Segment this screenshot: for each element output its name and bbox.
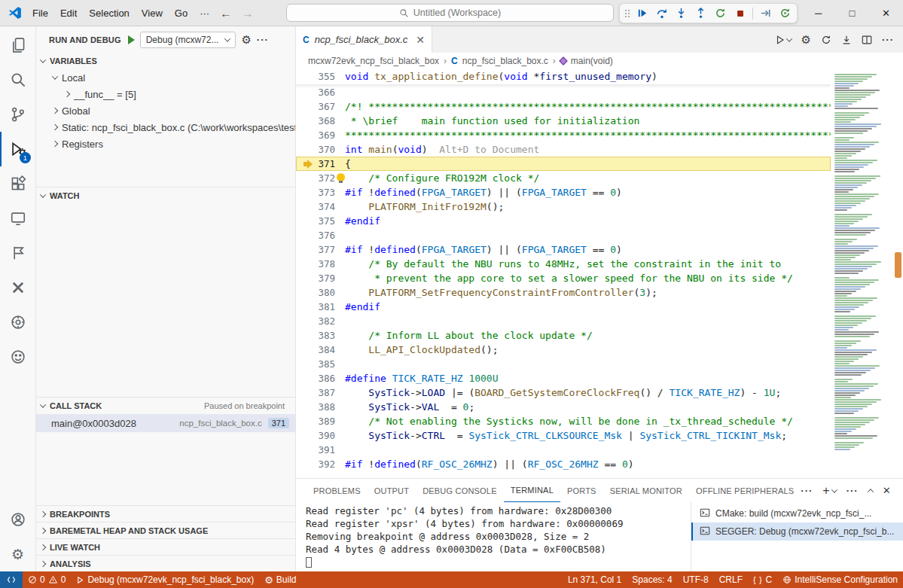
code-line[interactable]: 375#endif (296, 214, 831, 228)
account-icon[interactable] (0, 502, 35, 537)
smiley-icon[interactable] (0, 340, 35, 374)
stack-frame-row[interactable]: main@0x0003d028 ncp_fsci_black_box.c 371 (36, 414, 295, 432)
panel-tab-terminal[interactable]: TERMINAL (504, 479, 560, 502)
search-view-icon[interactable] (0, 62, 35, 97)
menu-selection[interactable]: Selection (83, 5, 135, 21)
section-header-baremetal-heap-and-stack-usage[interactable]: BAREMETAL HEAP AND STACK USAGE (36, 522, 295, 538)
close-button[interactable]: ✕ (869, 0, 903, 26)
debug-step-into-button[interactable] (672, 5, 691, 22)
encoding[interactable]: UTF-8 (678, 571, 714, 588)
panel-tab-serial-monitor[interactable]: SERIAL MONITOR (603, 479, 689, 502)
code-line[interactable]: 373#if !defined(FPGA_TARGET) || (FPGA_TA… (296, 185, 831, 200)
debug-stop-button[interactable] (731, 5, 749, 22)
code-line[interactable]: 376 (296, 228, 831, 242)
download-icon[interactable] (841, 35, 852, 45)
terminal-session-item[interactable]: CMake: build (mcxw72evk_ncp_fsci_... (691, 504, 903, 522)
start-debugging-button[interactable] (128, 35, 135, 44)
variables-tree-item[interactable]: Global (36, 102, 295, 119)
variables-tree-item[interactable]: __func__ = [5] (36, 86, 295, 102)
remote-explorer-icon[interactable] (0, 201, 35, 236)
explorer-icon[interactable] (0, 28, 35, 62)
section-header-breakpoints[interactable]: BREAKPOINTS (36, 505, 295, 522)
settings-gear-icon[interactable]: ⚙ (0, 537, 35, 571)
editor-tab[interactable]: C ncp_fsci_black_box.c ✕ (296, 26, 432, 53)
language-mode[interactable]: { } C (748, 571, 777, 588)
configure-gear-icon[interactable]: ⚙ (241, 34, 251, 45)
debug-step-over-button[interactable] (652, 5, 671, 22)
breadcrumb-project[interactable]: mcxw72evk_ncp_fsci_black_box (308, 56, 439, 66)
code-line[interactable]: 382 (296, 314, 831, 328)
code-line[interactable]: 381#endif (296, 300, 831, 314)
sticky-scroll-line[interactable]: 355void tx_application_define(void *firs… (296, 69, 831, 85)
variables-tree-item[interactable]: Local (36, 69, 295, 86)
menu-more[interactable]: ··· (194, 5, 215, 21)
watch-header[interactable]: WATCH (36, 187, 295, 204)
panel-more-actions[interactable]: ··· (847, 485, 859, 496)
code-line[interactable]: 377#if !defined(FPGA_TARGET) || (FPGA_TA… (296, 242, 831, 257)
menu-view[interactable]: View (136, 5, 169, 21)
code-line[interactable]: 367/*! *********************************… (296, 99, 831, 114)
menu-file[interactable]: File (26, 5, 54, 21)
refresh-icon[interactable] (821, 35, 831, 45)
tab-close-icon[interactable]: ✕ (416, 34, 425, 46)
run-to-cursor-button[interactable] (756, 5, 775, 22)
code-lines[interactable]: 366367/*! ******************************… (296, 85, 831, 478)
code-line[interactable]: 379 * prevent the app core to set a slow… (296, 271, 831, 285)
debug-file-button[interactable] (775, 35, 792, 45)
nav-back-icon[interactable]: ← (220, 7, 231, 20)
code-line[interactable]: 390 SysTick->CTRL = SysTick_CTRL_CLKSOUR… (296, 428, 831, 443)
terminal-output[interactable]: Read register 'pc' (4 bytes) from hardwa… (296, 502, 691, 571)
maximize-panel-icon[interactable] (867, 489, 873, 495)
tabs-overflow[interactable]: ··· (801, 485, 813, 496)
problems-status[interactable]: 0 0 (23, 571, 71, 588)
breadcrumb-symbol[interactable]: main(void) (571, 56, 613, 66)
new-terminal-button[interactable]: + (822, 484, 836, 498)
extensions-icon[interactable] (0, 166, 35, 201)
flag-icon[interactable] (0, 236, 35, 270)
editor-more-actions[interactable]: ··· (882, 34, 894, 45)
code-line[interactable]: 385 (296, 357, 831, 371)
terminal-session-item[interactable]: SEGGER: Debug (mcxw72evk_ncp_fsci_b... (691, 522, 903, 541)
code-region[interactable]: 355void tx_application_define(void *firs… (296, 69, 831, 478)
toolbar-grip[interactable] (622, 8, 632, 20)
variables-tree-item[interactable]: Static: ncp_fsci_black_box.c (C:\work\wo… (36, 119, 295, 136)
cursor-position[interactable]: Ln 371, Col 1 (563, 571, 627, 588)
code-line[interactable]: 389 /* Not enabling the Systicks now, wi… (296, 414, 831, 428)
variables-tree-item[interactable]: Registers (36, 136, 295, 152)
indentation[interactable]: Spaces: 4 (627, 571, 677, 588)
close-panel-icon[interactable]: ✕ (883, 485, 891, 496)
editor-settings-gear-icon[interactable]: ⚙ (801, 34, 811, 45)
code-line[interactable]: 355void tx_application_define(void *firs… (296, 69, 831, 84)
nav-forward-icon[interactable]: → (242, 7, 253, 20)
code-line[interactable]: 366 (296, 85, 831, 99)
menu-edit[interactable]: Edit (54, 5, 83, 21)
command-center-search[interactable]: Untitled (Workspace) (286, 4, 614, 22)
run-and-debug-icon[interactable]: 1 (0, 132, 35, 166)
overview-ruler[interactable] (892, 69, 903, 478)
code-line[interactable]: 387 SysTick->LOAD |= (BOARD_GetSystemCor… (296, 385, 831, 400)
code-line[interactable]: 371{ (296, 157, 831, 171)
split-editor-icon[interactable] (862, 35, 872, 45)
debug-step-out-button[interactable] (691, 5, 710, 22)
remote-indicator[interactable] (0, 571, 23, 588)
code-line[interactable]: 372 /* Configure FRO192M clock */ (296, 171, 831, 185)
section-header-analysis[interactable]: ANALYSIS (36, 555, 295, 571)
panel-tab-output[interactable]: OUTPUT (368, 479, 416, 502)
cmake-build-status[interactable]: ⚙ Build (259, 571, 301, 588)
intellisense-status[interactable]: IntelliSense Configuration (777, 571, 903, 588)
code-line[interactable]: 370int main(void) Alt+D to Document (296, 142, 831, 157)
menu-go[interactable]: Go (169, 5, 194, 21)
views-more-actions[interactable]: ··· (257, 34, 269, 45)
debug-continue-button[interactable] (633, 5, 651, 22)
code-line[interactable]: 378 /* By default the NBU runs to 48MHz,… (296, 257, 831, 271)
code-line[interactable]: 386#define TICK_RATE_HZ 1000U (296, 371, 831, 385)
section-header-live-watch[interactable]: LIVE WATCH (36, 538, 295, 555)
lightbulb-icon[interactable] (337, 173, 345, 183)
code-line[interactable]: 368 * \brief main function used for init… (296, 114, 831, 128)
code-line[interactable]: 388 SysTick->VAL = 0; (296, 400, 831, 414)
cmake-debug-status[interactable]: Debug (mcxw72evk_ncp_fsci_black_box) (71, 571, 259, 588)
debug-restart-button[interactable] (711, 5, 730, 22)
code-line[interactable]: 369*************************************… (296, 128, 831, 142)
panel-tab-offline-peripherals[interactable]: OFFLINE PERIPHERALS (689, 479, 801, 502)
code-line[interactable]: 380 PLATFORM_SetFrequencyConstraintFromC… (296, 285, 831, 300)
